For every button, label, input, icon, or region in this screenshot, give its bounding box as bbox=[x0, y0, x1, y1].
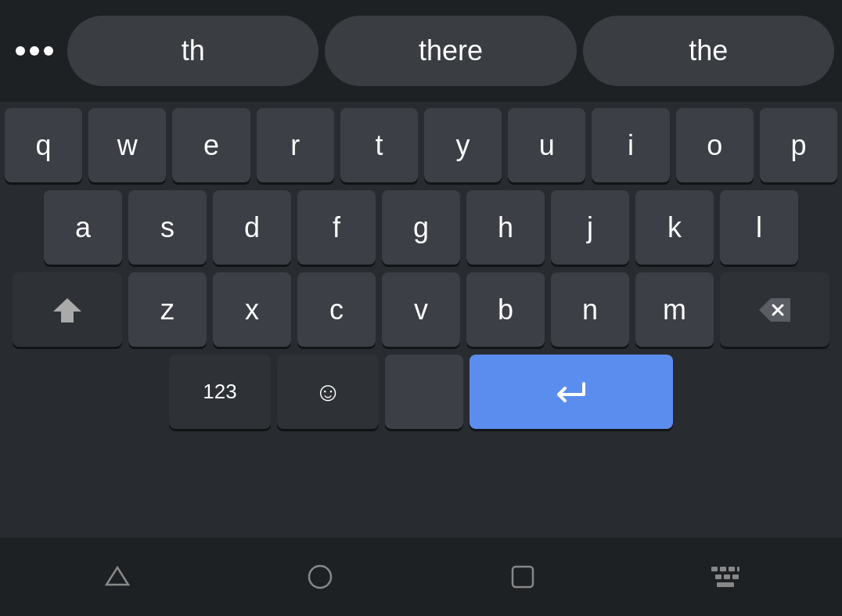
dot2 bbox=[30, 46, 39, 56]
svg-rect-8 bbox=[729, 567, 735, 571]
svg-rect-12 bbox=[732, 575, 739, 579]
key-k[interactable]: k bbox=[635, 190, 714, 265]
svg-point-4 bbox=[309, 566, 331, 588]
key-c[interactable]: c bbox=[297, 272, 376, 347]
space-key[interactable] bbox=[385, 355, 463, 429]
key-g[interactable]: g bbox=[382, 190, 460, 265]
suggestions-bar: th there the bbox=[0, 0, 842, 102]
svg-rect-9 bbox=[737, 567, 739, 571]
key-w[interactable]: w bbox=[88, 108, 166, 182]
home-nav-button[interactable] bbox=[289, 553, 351, 600]
key-t[interactable]: t bbox=[340, 108, 418, 182]
recents-nav-icon bbox=[509, 564, 536, 590]
key-z[interactable]: z bbox=[128, 272, 207, 347]
key-h[interactable]: h bbox=[466, 190, 545, 265]
key-v[interactable]: v bbox=[382, 272, 460, 347]
svg-rect-11 bbox=[724, 575, 730, 579]
key-r[interactable]: r bbox=[257, 108, 334, 182]
enter-key[interactable] bbox=[470, 355, 673, 429]
nav-bar bbox=[0, 538, 842, 616]
key-row-2: a s d f g h j k l bbox=[5, 190, 837, 265]
key-p[interactable]: p bbox=[760, 108, 837, 182]
suggestion-3[interactable]: the bbox=[583, 16, 834, 86]
key-o[interactable]: o bbox=[676, 108, 754, 182]
numbers-key[interactable]: 123 bbox=[169, 355, 271, 429]
svg-rect-7 bbox=[720, 567, 726, 571]
key-d[interactable]: d bbox=[213, 190, 291, 265]
key-y[interactable]: y bbox=[424, 108, 502, 182]
svg-rect-10 bbox=[715, 575, 721, 579]
keyboard-nav-icon bbox=[710, 565, 741, 589]
key-row-3: z x c v b n m bbox=[5, 272, 837, 347]
dots-menu[interactable] bbox=[8, 46, 61, 56]
key-l[interactable]: l bbox=[720, 190, 798, 265]
key-x[interactable]: x bbox=[213, 272, 291, 347]
suggestion-2[interactable]: there bbox=[325, 16, 576, 86]
key-row-1: q w e r t y u i o p bbox=[5, 108, 837, 182]
key-j[interactable]: j bbox=[551, 190, 629, 265]
emoji-key[interactable]: ☺ bbox=[277, 355, 379, 429]
key-q[interactable]: q bbox=[5, 108, 82, 182]
svg-rect-5 bbox=[513, 567, 533, 587]
shift-key[interactable] bbox=[13, 272, 122, 347]
backspace-key[interactable] bbox=[720, 272, 829, 347]
shift-icon bbox=[52, 294, 83, 326]
key-m[interactable]: m bbox=[635, 272, 714, 347]
key-a[interactable]: a bbox=[44, 190, 122, 265]
keyboard-nav-button[interactable] bbox=[694, 553, 757, 600]
recents-nav-button[interactable] bbox=[491, 553, 554, 600]
dot1 bbox=[16, 46, 25, 56]
key-f[interactable]: f bbox=[297, 190, 376, 265]
backspace-icon bbox=[757, 297, 792, 323]
svg-marker-3 bbox=[106, 567, 128, 585]
key-b[interactable]: b bbox=[466, 272, 545, 347]
key-n[interactable]: n bbox=[551, 272, 629, 347]
svg-rect-13 bbox=[717, 582, 734, 587]
key-i[interactable]: i bbox=[592, 108, 669, 182]
enter-icon bbox=[552, 377, 590, 407]
back-nav-button[interactable] bbox=[86, 553, 149, 600]
dot3 bbox=[44, 46, 53, 56]
home-nav-icon bbox=[306, 563, 334, 591]
key-u[interactable]: u bbox=[508, 108, 585, 182]
svg-rect-6 bbox=[711, 567, 718, 571]
key-s[interactable]: s bbox=[128, 190, 207, 265]
back-nav-icon bbox=[103, 563, 131, 591]
key-e[interactable]: e bbox=[172, 108, 250, 182]
svg-marker-0 bbox=[53, 298, 81, 322]
keyboard: q w e r t y u i o p a s d f g h j k l z … bbox=[0, 102, 842, 538]
suggestion-1[interactable]: th bbox=[67, 16, 318, 86]
key-row-bottom: 123 ☺ bbox=[5, 355, 837, 429]
